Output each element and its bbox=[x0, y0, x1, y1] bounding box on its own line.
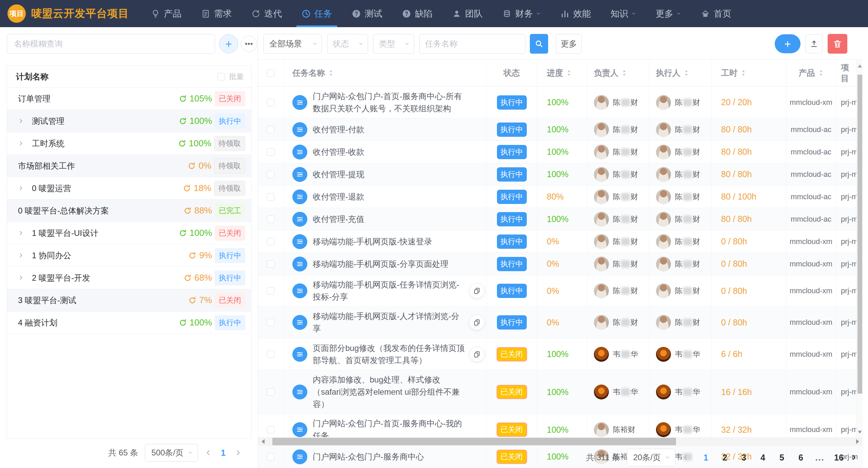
task-row[interactable]: 移动端功能-手机网页版-任务详情页浏览-投标-分享 执行中 0% 陈财 陈财 0… bbox=[258, 275, 863, 307]
plan-row[interactable]: 1 唛盟平台-UI设计 100% 已关闭 bbox=[7, 222, 251, 244]
prev-page-icon[interactable] bbox=[205, 449, 212, 456]
next-page-icon[interactable] bbox=[850, 454, 857, 461]
row-checkbox[interactable] bbox=[267, 238, 274, 245]
sort-icon[interactable] bbox=[818, 69, 824, 77]
expand-chevron-icon[interactable] bbox=[18, 118, 24, 124]
scroll-up-icon[interactable] bbox=[858, 64, 862, 68]
plan-row[interactable]: 4 融资计划 100% 执行中 bbox=[7, 312, 251, 334]
task-name[interactable]: 收付管理-提现 bbox=[313, 168, 364, 181]
copy-button[interactable] bbox=[469, 283, 485, 299]
plan-row[interactable]: 工时系统 100% 待领取 bbox=[7, 132, 251, 155]
task-name[interactable]: 收付管理-收款 bbox=[313, 146, 364, 158]
task-name[interactable]: 移动端功能-手机网页版-人才详情浏览-分享 bbox=[313, 310, 466, 335]
nav-item-测试[interactable]: 测试 bbox=[342, 0, 392, 27]
task-name[interactable]: 内容添加修改、bug处理、样式修改（safari浏览器对element ui部分… bbox=[313, 374, 466, 410]
page-number-6[interactable]: 6 bbox=[796, 453, 806, 463]
column-header[interactable] bbox=[258, 60, 284, 86]
row-checkbox[interactable] bbox=[267, 126, 274, 133]
row-checkbox[interactable] bbox=[267, 260, 274, 268]
sort-icon[interactable] bbox=[622, 69, 627, 77]
nav-item-效能[interactable]: 效能 bbox=[551, 0, 601, 27]
sort-icon[interactable] bbox=[328, 69, 333, 77]
status-select[interactable]: 状态 bbox=[327, 34, 368, 54]
vertical-scroll-thumb[interactable] bbox=[857, 75, 862, 394]
task-name[interactable]: 移动端功能-手机网页版-快速登录 bbox=[313, 236, 432, 248]
plan-row[interactable]: 测试管理 100% 执行中 bbox=[7, 110, 251, 132]
plan-row[interactable]: 2 唛盟平台-开发 68% 执行中 bbox=[7, 267, 251, 289]
pager-ellipsis[interactable]: ... bbox=[815, 453, 825, 463]
type-select[interactable]: 类型 bbox=[373, 34, 414, 54]
task-row[interactable]: 收付管理-充值 执行中 100% 陈财 陈财 80 / 80h mmcloud-… bbox=[258, 208, 863, 230]
row-checkbox[interactable] bbox=[267, 99, 274, 106]
scene-select[interactable]: 全部场景 bbox=[264, 34, 322, 54]
add-plan-button[interactable]: + bbox=[219, 34, 238, 53]
page-number-2[interactable]: 2 bbox=[720, 453, 730, 463]
export-button[interactable] bbox=[806, 34, 823, 53]
plan-row[interactable]: 市场部相关工作 0% 待领取 bbox=[7, 155, 251, 177]
delete-button[interactable] bbox=[828, 34, 847, 54]
column-header-owner[interactable]: 负责人 bbox=[587, 60, 649, 86]
nav-item-任务[interactable]: 任务 bbox=[292, 0, 342, 27]
nav-item-迭代[interactable]: 迭代 bbox=[242, 0, 292, 27]
batch-checkbox[interactable] bbox=[217, 73, 225, 80]
task-name[interactable]: 收付管理-退款 bbox=[313, 191, 364, 203]
task-row[interactable]: 门户网站-众包门户-首页-服务商中心-所有数据只关联个人账号，不关联组织架构 执… bbox=[258, 87, 863, 118]
plan-row[interactable]: 3 唛盟平台-测试 7% 已关闭 bbox=[7, 289, 251, 312]
page-number-16[interactable]: 16 bbox=[834, 453, 844, 463]
prev-page-icon[interactable] bbox=[682, 454, 689, 461]
task-name[interactable]: 门户网站-众包门户-首页-服务商中心-所有数据只关联个人账号，不关联组织架构 bbox=[313, 90, 466, 115]
row-checkbox[interactable] bbox=[267, 148, 274, 156]
row-checkbox[interactable] bbox=[267, 388, 274, 396]
task-row[interactable]: 移动端功能-手机网页版-分享页面处理 执行中 0% 陈财 陈财 0 / 80h … bbox=[258, 253, 863, 275]
plan-search-input[interactable] bbox=[7, 34, 215, 54]
expand-chevron-icon[interactable] bbox=[18, 141, 24, 146]
task-row[interactable]: 移动端功能-手机网页版-人才详情浏览-分享 执行中 0% 陈财 陈财 0 / 8… bbox=[258, 307, 863, 338]
task-row[interactable]: 移动端功能-手机网页版-快速登录 执行中 0% 陈财 陈财 0 / 80h mm… bbox=[258, 230, 863, 253]
column-header-status[interactable]: 状态 bbox=[486, 60, 537, 86]
plan-row[interactable]: 0 唛盟运营 18% 待领取 bbox=[7, 177, 251, 200]
task-page-size-select[interactable]: 20条/页 bbox=[627, 449, 675, 466]
task-row[interactable]: 页面部分bug修改（我发布的任务详情页顶部导航、首页研发管理工具等） 已关闭 1… bbox=[258, 338, 863, 370]
task-row[interactable]: 收付管理-提现 执行中 100% 陈财 陈财 80 / 80h mmcloud-… bbox=[258, 163, 863, 186]
plan-page-size-select[interactable]: 500条/页 bbox=[145, 444, 198, 462]
plan-row[interactable]: 0 唛盟平台-总体解决方案 88% 已完工 bbox=[7, 200, 251, 222]
nav-item-首页[interactable]: 首页 bbox=[691, 0, 741, 27]
nav-item-团队[interactable]: 团队 bbox=[442, 0, 493, 27]
nav-item-更多[interactable]: 更多 bbox=[646, 0, 691, 27]
task-name[interactable]: 移动端功能-手机网页版-分享页面处理 bbox=[313, 258, 448, 270]
row-checkbox[interactable] bbox=[267, 171, 274, 178]
task-name[interactable]: 收付管理-付款 bbox=[313, 124, 364, 136]
task-name[interactable]: 页面部分bug修改（我发布的任务详情页顶部导航、首页研发管理工具等） bbox=[313, 342, 466, 367]
column-header-hours[interactable]: 工时 bbox=[712, 60, 786, 86]
column-header-product[interactable]: 产品 bbox=[786, 60, 836, 86]
scroll-left-icon[interactable] bbox=[262, 439, 265, 444]
vertical-scrollbar[interactable] bbox=[856, 60, 863, 437]
task-name[interactable]: 收付管理-充值 bbox=[313, 213, 364, 225]
sort-icon[interactable] bbox=[684, 69, 689, 77]
add-task-button[interactable]: + bbox=[775, 34, 801, 53]
nav-item-缺陷[interactable]: 缺陷 bbox=[392, 0, 442, 27]
task-row[interactable]: 收付管理-退款 执行中 80% 陈财 陈财 80 / 100h mmcloud-… bbox=[258, 186, 863, 208]
row-checkbox[interactable] bbox=[267, 426, 274, 433]
row-checkbox[interactable] bbox=[267, 319, 274, 326]
horizontal-scroll-thumb[interactable] bbox=[272, 438, 676, 445]
task-row[interactable]: 内容添加修改、bug处理、样式修改（safari浏览器对element ui部分… bbox=[258, 370, 863, 414]
nav-item-知识[interactable]: 知识 bbox=[601, 0, 646, 27]
search-button[interactable] bbox=[530, 34, 548, 54]
copy-button[interactable] bbox=[469, 347, 485, 362]
row-checkbox[interactable] bbox=[267, 193, 274, 201]
page-number-5[interactable]: 5 bbox=[777, 453, 787, 463]
plan-page-number[interactable]: 1 bbox=[218, 448, 228, 458]
task-name-input[interactable] bbox=[419, 34, 525, 54]
row-checkbox[interactable] bbox=[267, 351, 274, 358]
expand-chevron-icon[interactable] bbox=[18, 230, 24, 236]
sort-icon[interactable] bbox=[566, 69, 572, 77]
next-page-icon[interactable] bbox=[235, 449, 242, 456]
plan-row[interactable]: 1 协同办公 9% 执行中 bbox=[7, 244, 251, 267]
scroll-down-icon[interactable] bbox=[858, 431, 862, 434]
horizontal-scrollbar[interactable] bbox=[258, 437, 863, 446]
page-number-3[interactable]: 3 bbox=[739, 453, 749, 463]
more-filters-button[interactable]: 更多 bbox=[556, 34, 582, 54]
task-row[interactable]: 收付管理-付款 执行中 100% 陈财 陈财 80 / 80h mmcloud-… bbox=[258, 118, 863, 141]
row-checkbox[interactable] bbox=[267, 287, 274, 295]
